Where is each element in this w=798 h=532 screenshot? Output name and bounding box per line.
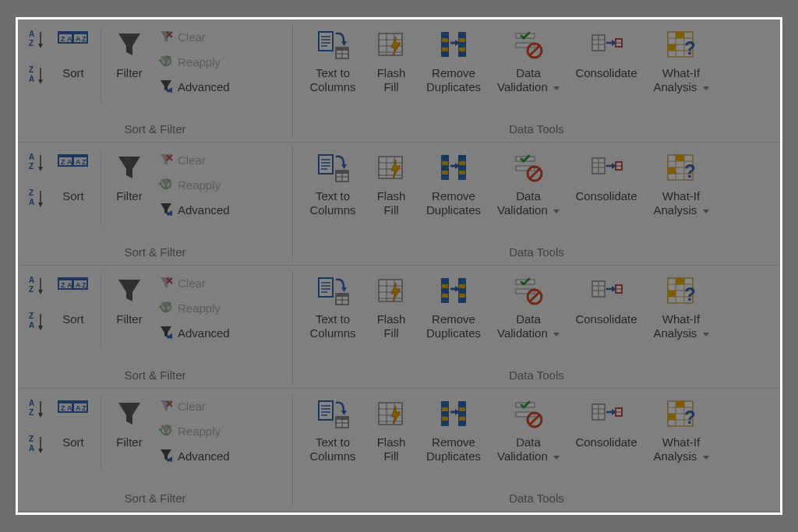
- flash-fill-button[interactable]: FlashFill: [366, 393, 416, 463]
- svg-rect-222: [58, 401, 72, 403]
- sort-descending-button[interactable]: Z A: [27, 311, 44, 333]
- sort-button[interactable]: Z A A Z Sort: [49, 270, 97, 340]
- consolidate-button[interactable]: Consolidate: [566, 24, 647, 94]
- sort-descending-button[interactable]: Z A: [27, 434, 44, 456]
- svg-marker-16: [118, 33, 140, 55]
- svg-rect-186: [442, 284, 448, 288]
- svg-marker-159: [161, 277, 171, 288]
- group-title-data-tools: Data Tools: [293, 491, 780, 511]
- group-sort-filter: A Z Z A Z A A Z Sort Filter Clear Reappl…: [18, 266, 292, 388]
- filter-icon: [112, 27, 147, 62]
- svg-marker-163: [158, 305, 162, 308]
- filter-button[interactable]: Filter: [104, 147, 154, 217]
- advanced-filter-button[interactable]: Advanced: [154, 445, 233, 467]
- advanced-filter-button-label: Advanced: [178, 80, 230, 93]
- remove-duplicates-button[interactable]: RemoveDuplicates: [416, 270, 491, 340]
- filter-button-label: Filter: [116, 66, 142, 94]
- remove-duplicates-button[interactable]: RemoveDuplicates: [416, 393, 491, 463]
- advanced-filter-icon: [157, 325, 175, 340]
- svg-rect-46: [442, 48, 448, 51]
- separator: [101, 273, 101, 348]
- filter-button[interactable]: Filter: [104, 393, 154, 463]
- text-to-columns-button[interactable]: Text toColumns: [299, 393, 366, 463]
- svg-text:?: ?: [684, 284, 696, 305]
- flash-fill-button[interactable]: FlashFill: [366, 24, 416, 94]
- advanced-filter-button[interactable]: Advanced: [154, 322, 233, 344]
- flash-fill-button[interactable]: FlashFill: [366, 270, 416, 340]
- text-to-columns-button[interactable]: Text toColumns: [299, 147, 366, 217]
- filter-icon: [112, 150, 147, 185]
- sort-button[interactable]: Z A A Z Sort: [49, 393, 97, 463]
- what-if-analysis-button[interactable]: ? What-IfAnalysis: [647, 270, 715, 340]
- data-validation-icon: [511, 27, 546, 62]
- sort-ascending-button[interactable]: A Z: [27, 29, 44, 51]
- svg-text:A: A: [29, 321, 34, 329]
- group-sort-filter: A Z Z A Z A A Z Sort Filter Clear Reappl…: [18, 389, 292, 511]
- svg-rect-117: [442, 171, 448, 174]
- advanced-filter-icon: [157, 448, 175, 463]
- svg-rect-226: [73, 401, 87, 403]
- group-sort-filter: A Z Z A Z A A Z Sort Filter Clear Reappl…: [18, 143, 292, 265]
- svg-marker-149: [38, 326, 43, 330]
- svg-marker-145: [38, 290, 43, 294]
- svg-rect-44: [442, 38, 448, 42]
- svg-rect-25: [319, 32, 333, 51]
- advanced-filter-button-label: Advanced: [178, 203, 230, 217]
- ribbon-row: A Z Z A Z A A Z Sort Filter Clear Reappl…: [18, 389, 780, 512]
- svg-text:Z: Z: [29, 39, 34, 48]
- text-to-columns-button[interactable]: Text toColumns: [299, 24, 366, 94]
- what-if-analysis-button[interactable]: ? What-IfAnalysis: [647, 24, 715, 94]
- svg-text:Z: Z: [61, 281, 65, 289]
- flash-fill-icon: [374, 27, 408, 62]
- data-validation-button[interactable]: DataValidation: [491, 147, 566, 217]
- flash-fill-button[interactable]: FlashFill: [366, 147, 416, 217]
- sort-button-label: Sort: [62, 189, 84, 217]
- svg-text:A: A: [67, 281, 72, 289]
- sort-descending-button[interactable]: Z A: [27, 188, 44, 210]
- sort-ascending-button[interactable]: A Z: [27, 275, 44, 297]
- sort-button[interactable]: Z A A Z Sort: [49, 147, 97, 217]
- sort-button[interactable]: Z A A Z Sort: [49, 24, 97, 94]
- group-title-sort-filter: Sort & Filter: [18, 122, 292, 142]
- data-validation-button[interactable]: DataValidation: [491, 270, 566, 340]
- svg-text:A: A: [76, 281, 81, 289]
- svg-rect-257: [442, 407, 448, 411]
- consolidate-button[interactable]: Consolidate: [566, 270, 647, 340]
- what-if-analysis-button[interactable]: ? What-IfAnalysis: [647, 147, 715, 217]
- svg-marker-78: [38, 203, 43, 207]
- reapply-filter-button-label: Reapply: [178, 55, 221, 69]
- advanced-filter-button[interactable]: Advanced: [154, 199, 233, 220]
- svg-text:?: ?: [684, 37, 696, 58]
- consolidate-button-label: Consolidate: [575, 312, 637, 340]
- svg-rect-45: [459, 38, 465, 42]
- svg-marker-158: [118, 280, 140, 301]
- separator: [101, 150, 101, 225]
- sort-ascending-button[interactable]: A Z: [27, 398, 44, 420]
- what-if-analysis-button-label: What-IfAnalysis: [653, 66, 708, 94]
- svg-rect-281: [676, 401, 684, 407]
- filter-button[interactable]: Filter: [104, 24, 154, 94]
- data-validation-button[interactable]: DataValidation: [491, 24, 566, 94]
- consolidate-button[interactable]: Consolidate: [566, 147, 647, 217]
- clear-filter-button-label: Clear: [178, 400, 206, 413]
- sort-ascending-button[interactable]: A Z: [27, 152, 44, 174]
- what-if-analysis-button[interactable]: ? What-IfAnalysis: [647, 393, 715, 463]
- consolidate-button[interactable]: Consolidate: [566, 393, 647, 463]
- clear-filter-button-label: Clear: [178, 153, 206, 167]
- flash-fill-button-label: FlashFill: [377, 66, 406, 94]
- remove-duplicates-button[interactable]: RemoveDuplicates: [416, 147, 491, 217]
- filter-button[interactable]: Filter: [104, 270, 154, 340]
- svg-text:A: A: [29, 30, 34, 38]
- clear-filter-button: Clear: [154, 149, 233, 171]
- group-data-tools: Text toColumns FlashFill RemoveDuplicate…: [293, 389, 780, 511]
- clear-filter-button-label: Clear: [178, 277, 206, 290]
- remove-duplicates-button[interactable]: RemoveDuplicates: [416, 24, 491, 94]
- svg-rect-42: [441, 32, 449, 57]
- sort-descending-button[interactable]: Z A: [27, 65, 44, 86]
- remove-duplicates-icon: [436, 396, 471, 431]
- svg-marker-74: [38, 167, 43, 171]
- text-to-columns-button[interactable]: Text toColumns: [299, 270, 366, 340]
- advanced-filter-button[interactable]: Advanced: [154, 76, 233, 97]
- filter-icon: [112, 273, 147, 308]
- data-validation-button[interactable]: DataValidation: [491, 393, 566, 463]
